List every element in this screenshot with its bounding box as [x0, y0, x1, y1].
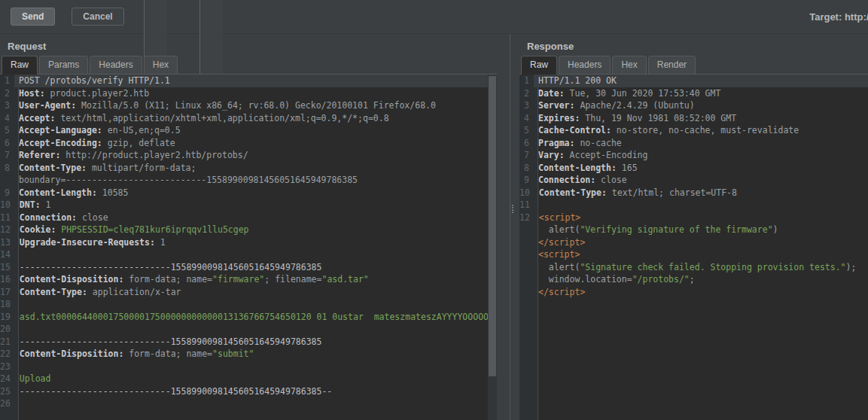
line-text: asd.txt000064400017500001750000000000001…	[15, 311, 497, 324]
editor-line[interactable]: 19asd.txt0000644000175000017500000000000…	[0, 311, 497, 324]
request-tab-params[interactable]: Params	[39, 56, 88, 75]
splitter-grip-icon: ⁞	[511, 204, 514, 215]
editor-line[interactable]: 9Content-Length: 10585	[0, 187, 497, 199]
editor-line[interactable]: boundary=---------------------------1558…	[0, 174, 497, 187]
request-tab-raw[interactable]: Raw	[2, 56, 38, 75]
editor-line[interactable]: window.location="/protobs/";	[519, 273, 868, 286]
request-scrollbar[interactable]	[488, 75, 497, 420]
editor-line[interactable]: 8Content-Type: multipart/form-data;	[0, 162, 497, 175]
editor-line[interactable]: 13Upgrade-Insecure-Requests: 1	[0, 236, 497, 249]
editor-line[interactable]: 25-----------------------------155899009…	[0, 385, 497, 398]
line-number: 4	[519, 112, 534, 125]
editor-line[interactable]: 5Accept-Language: en-US,en;q=0.5	[0, 124, 497, 137]
editor-line[interactable]: 20	[0, 323, 497, 336]
line-text: window.location="/protobs/";	[534, 273, 868, 286]
editor-line[interactable]: 12Cookie: PHPSESSID=cleq781kur6iprqqv1ll…	[0, 224, 497, 236]
editor-line[interactable]: 15-----------------------------155899009…	[0, 261, 497, 274]
editor-line[interactable]: 17Content-Type: application/x-tar	[0, 286, 497, 299]
response-tab-render[interactable]: Render	[648, 56, 696, 75]
line-number	[519, 286, 534, 299]
editor-line[interactable]: 10DNT: 1	[0, 199, 497, 212]
line-text: Host: product.player2.htb	[14, 87, 497, 100]
line-text: Accept: text/html,application/xhtml+xml,…	[14, 112, 497, 125]
editor-line[interactable]: </script>	[519, 286, 868, 299]
editor-line[interactable]: alert("Signature check failed. Stopping …	[519, 261, 868, 274]
panel-splitter[interactable]: ⁞	[510, 34, 519, 420]
request-scrollbar-thumb[interactable]	[489, 76, 496, 376]
line-number: 17	[0, 286, 15, 299]
line-number: 13	[0, 236, 15, 249]
editor-line[interactable]: 16Content-Disposition: form-data; name="…	[0, 273, 497, 286]
editor-line[interactable]: 2Host: product.player2.htb	[0, 87, 497, 100]
request-tab-headers[interactable]: Headers	[90, 56, 142, 75]
editor-line[interactable]: 11Connection: close	[0, 212, 497, 224]
line-number: 3	[519, 99, 534, 112]
editor-line[interactable]: 5Cache-Control: no-store, no-cache, must…	[519, 124, 868, 137]
editor-line[interactable]: 14	[0, 248, 497, 261]
line-text	[535, 199, 868, 212]
response-editor-lines: 1HTTP/1.1 200 OK2Date: Tue, 30 Jun 2020 …	[519, 75, 868, 298]
line-number: 7	[519, 149, 534, 162]
editor-line[interactable]: 11	[519, 199, 868, 212]
line-number: 11	[519, 199, 535, 212]
editor-line[interactable]: 24Upload	[0, 373, 497, 385]
editor-line[interactable]: 3Server: Apache/2.4.29 (Ubuntu)	[519, 99, 868, 112]
line-number: 15	[0, 261, 15, 274]
editor-line[interactable]: 6Pragma: no-cache	[519, 137, 868, 150]
line-text: -----------------------------15589900981…	[15, 261, 497, 274]
line-number	[519, 248, 534, 261]
editor-line[interactable]: 26	[0, 397, 497, 410]
line-text: Connection: close	[15, 212, 497, 224]
editor-line[interactable]: 4Accept: text/html,application/xhtml+xml…	[0, 112, 497, 125]
line-text	[15, 397, 497, 410]
editor-line[interactable]: 22Content-Disposition: form-data; name="…	[0, 348, 497, 361]
request-tab-hex[interactable]: Hex	[144, 56, 178, 75]
editor-line[interactable]: alert("Verifying signature of the firmwa…	[519, 224, 868, 236]
line-text: Upgrade-Insecure-Requests: 1	[15, 236, 497, 249]
editor-line[interactable]: 10Content-Type: text/html; charset=UTF-8	[519, 187, 868, 199]
editor-line[interactable]: </script>	[519, 236, 868, 249]
line-number: 1	[519, 75, 534, 87]
line-number: 9	[519, 174, 534, 187]
request-editor[interactable]: 1POST /protobs/verify HTTP/1.12Host: pro…	[0, 74, 497, 420]
target-label[interactable]: Target: http://	[809, 11, 868, 23]
editor-line[interactable]: 7Referer: http://product.player2.htb/pro…	[0, 149, 497, 162]
line-number: 10	[519, 187, 535, 199]
line-number	[519, 224, 534, 236]
line-text: </script>	[534, 236, 868, 249]
line-text: Expires: Thu, 19 Nov 1981 08:52:00 GMT	[534, 112, 868, 125]
line-number: 6	[519, 137, 534, 150]
line-number: 10	[0, 199, 15, 212]
editor-line[interactable]: 8Content-Length: 165	[519, 162, 868, 175]
editor-line[interactable]: 2Date: Tue, 30 Jun 2020 17:53:40 GMT	[519, 87, 868, 100]
cancel-button[interactable]: Cancel	[72, 8, 123, 26]
editor-line[interactable]: 21-----------------------------155899009…	[0, 336, 497, 348]
line-text: <script>	[534, 248, 868, 261]
line-number: 14	[0, 248, 15, 261]
line-text: Content-Length: 165	[534, 162, 868, 175]
editor-line[interactable]: <script>	[519, 248, 868, 261]
line-text: Connection: close	[534, 174, 868, 187]
editor-line[interactable]: 7Vary: Accept-Encoding	[519, 149, 868, 162]
editor-line[interactable]: 1HTTP/1.1 200 OK	[519, 75, 868, 87]
editor-line[interactable]: 6Accept-Encoding: gzip, deflate	[0, 137, 497, 150]
send-button[interactable]: Send	[11, 8, 55, 26]
line-text: <script>	[535, 212, 868, 224]
response-tab-raw[interactable]: Raw	[521, 56, 557, 75]
response-tab-hex[interactable]: Hex	[612, 56, 646, 75]
editor-line[interactable]: 18	[0, 298, 497, 311]
line-number: 16	[0, 273, 15, 286]
editor-line[interactable]: 1POST /protobs/verify HTTP/1.1	[0, 75, 497, 87]
editor-line[interactable]: 12<script>	[519, 212, 868, 224]
line-text: Cookie: PHPSESSID=cleq781kur6iprqqv1llu5…	[15, 224, 497, 236]
line-text: Referer: http://product.player2.htb/prot…	[14, 149, 497, 162]
editor-line[interactable]: 9Connection: close	[519, 174, 868, 187]
editor-line[interactable]: 23	[0, 361, 497, 373]
request-panel-title: Request	[0, 34, 510, 56]
line-text: boundary=---------------------------1558…	[14, 174, 497, 187]
editor-line[interactable]: 3User-Agent: Mozilla/5.0 (X11; Linux x86…	[0, 99, 497, 112]
response-editor[interactable]: 1HTTP/1.1 200 OK2Date: Tue, 30 Jun 2020 …	[519, 74, 868, 420]
editor-line[interactable]: 4Expires: Thu, 19 Nov 1981 08:52:00 GMT	[519, 112, 868, 125]
response-tab-headers[interactable]: Headers	[559, 56, 611, 75]
line-text: Vary: Accept-Encoding	[534, 149, 868, 162]
